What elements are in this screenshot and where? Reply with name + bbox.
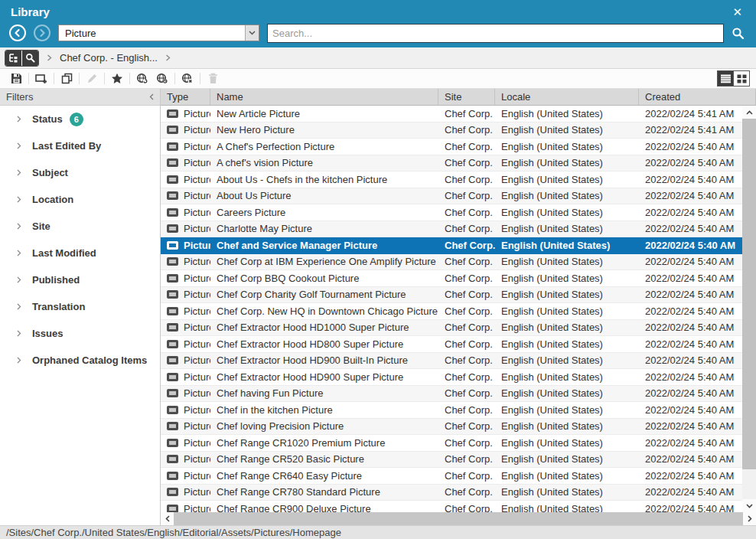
delete-button[interactable]	[203, 70, 223, 87]
search-view-button[interactable]	[22, 51, 38, 66]
column-header-created[interactable]: Created	[639, 89, 756, 105]
picture-icon	[167, 488, 178, 496]
back-button[interactable]	[9, 24, 26, 41]
language-versions-button[interactable]	[152, 70, 172, 87]
scroll-left-icon[interactable]	[161, 512, 174, 525]
table-row[interactable]: Picture Charlotte May Picture Chef Corp.…	[161, 221, 742, 238]
type-label: Picture	[184, 354, 210, 366]
table-row[interactable]: Picture About Us - Chefs in the kitchen …	[161, 172, 742, 188]
type-cell: Picture	[161, 270, 210, 286]
table-row[interactable]: Picture Chef loving Precision Picture Ch…	[161, 419, 742, 436]
column-header-site[interactable]: Site	[438, 89, 495, 105]
column-header-type[interactable]: Type	[161, 89, 210, 105]
filter-item[interactable]: Translation	[0, 293, 160, 320]
horizontal-scrollbar[interactable]	[161, 512, 756, 525]
save-button[interactable]	[6, 70, 26, 87]
table-row[interactable]: Picture Chef Range CR520 Basic Picture C…	[161, 452, 742, 469]
filter-item[interactable]: Status 6	[0, 106, 160, 132]
horizontal-scrollbar-thumb[interactable]	[174, 512, 743, 525]
vertical-scrollbar-thumb[interactable]	[742, 119, 756, 469]
site-cell: Chef Corp.	[438, 106, 495, 122]
filter-item[interactable]: Site	[0, 213, 160, 240]
search-input[interactable]	[267, 24, 724, 43]
table-row[interactable]: Picture New Article Picture Chef Corp. E…	[161, 106, 742, 122]
copy-button[interactable]	[57, 70, 77, 87]
breadcrumb-segment[interactable]: Chef Corp. - English...	[60, 52, 158, 64]
table-row[interactable]: Picture Chef Extractor Hood HD900 Built-…	[161, 353, 742, 370]
vertical-scrollbar-track[interactable]	[742, 469, 756, 499]
filter-item-label: Published	[32, 274, 80, 286]
filter-item[interactable]: Issues	[0, 320, 160, 347]
list-view-button[interactable]	[718, 71, 733, 86]
table-row[interactable]: Picture Chef Range CR1020 Premium Pictur…	[161, 435, 742, 452]
type-label: Picture	[184, 437, 210, 449]
search-button[interactable]	[728, 24, 747, 42]
collapse-sidebar-button[interactable]	[149, 93, 154, 100]
filter-item[interactable]: Published	[0, 266, 160, 293]
locale-cell: English (United States)	[495, 155, 639, 172]
filter-item-label: Status	[32, 113, 63, 125]
created-cell: 2022/02/24 5:40 AM	[639, 139, 742, 155]
locale-cell: English (United States)	[495, 336, 639, 352]
grid-view-button[interactable]	[734, 71, 749, 86]
type-label: Picture	[184, 503, 210, 512]
scroll-right-icon[interactable]	[743, 512, 756, 525]
language-remove-button[interactable]	[178, 70, 197, 87]
forward-button[interactable]	[34, 24, 51, 41]
tree-view-button[interactable]	[5, 51, 21, 66]
locale-cell: English (United States)	[495, 353, 639, 369]
column-header-locale[interactable]: Locale	[495, 89, 639, 105]
column-header-name[interactable]: Name	[210, 89, 438, 105]
scroll-up-icon[interactable]	[742, 106, 756, 119]
table-row[interactable]: Picture Chef Corp Charity Golf Tournamen…	[161, 287, 742, 304]
table-row[interactable]: Picture Chef Corp at IBM Experience One …	[161, 254, 742, 271]
close-icon[interactable]: ✕	[729, 5, 745, 19]
filter-item[interactable]: Orphaned Catalog Items	[0, 347, 160, 374]
scroll-down-icon[interactable]	[742, 499, 756, 512]
created-cell: 2022/02/24 5:40 AM	[639, 485, 742, 501]
action-toolbar	[0, 69, 756, 89]
chevron-right-icon	[17, 169, 21, 176]
table-row[interactable]: Picture Chef Range CR900 Deluxe Picture …	[161, 501, 742, 512]
table-row[interactable]: Picture Chef Extractor Hood HD1000 Super…	[161, 320, 742, 337]
table-row[interactable]: Picture Chef Range CR640 Easy Picture Ch…	[161, 468, 742, 485]
dropdown-chevron-icon[interactable]	[245, 25, 259, 41]
name-cell: Chef having Fun Picture	[210, 386, 438, 402]
site-cell: Chef Corp.	[438, 501, 495, 512]
table-row[interactable]: Picture Chef and Service Manager Picture…	[161, 237, 742, 254]
type-label: Picture	[184, 371, 210, 383]
table-row[interactable]: Picture Chef Corp. New HQ in Downtown Ch…	[161, 303, 742, 320]
site-cell: Chef Corp.	[438, 139, 495, 155]
name-cell: Chef Range CR1020 Premium Picture	[210, 435, 438, 451]
name-cell: Careers Picture	[210, 204, 438, 220]
window-title: Library	[11, 5, 50, 18]
favorite-button[interactable]	[107, 70, 127, 87]
type-filter-dropdown[interactable]: Picture	[58, 24, 259, 41]
table-row[interactable]: Picture New Hero Picture Chef Corp. Engl…	[161, 122, 742, 139]
table-row[interactable]: Picture Careers Picture Chef Corp. Engli…	[161, 204, 742, 221]
name-cell: New Article Picture	[210, 106, 438, 122]
locale-cell: English (United States)	[495, 254, 639, 270]
toolbar-separator	[104, 73, 105, 84]
table-row[interactable]: Picture Chef Extractor Hood HD900 Super …	[161, 369, 742, 386]
table-row[interactable]: Picture Chef Corp BBQ Cookout Picture Ch…	[161, 270, 742, 287]
add-item-button[interactable]	[31, 70, 51, 87]
table-row[interactable]: Picture Chef in the kitchen Picture Chef…	[161, 402, 742, 419]
table-row[interactable]: Picture A Chef's Perfection Picture Chef…	[161, 139, 742, 155]
filter-item[interactable]: Last Modified	[0, 240, 160, 266]
table-row[interactable]: Picture A chef's vision Picture Chef Cor…	[161, 155, 742, 172]
created-cell: 2022/02/24 5:40 AM	[639, 303, 742, 319]
breadcrumb-chevron-icon[interactable]	[165, 54, 171, 61]
language-add-button[interactable]	[132, 70, 152, 87]
vertical-scrollbar[interactable]	[742, 106, 756, 512]
table-rows: Picture New Article Picture Chef Corp. E…	[161, 106, 742, 512]
filter-item[interactable]: Subject	[0, 159, 160, 186]
table-row[interactable]: Picture Chef Range CR780 Standard Pictur…	[161, 485, 742, 501]
table-row[interactable]: Picture About Us Picture Chef Corp. Engl…	[161, 188, 742, 205]
type-label: Picture	[184, 124, 210, 136]
table-row[interactable]: Picture Chef having Fun Picture Chef Cor…	[161, 386, 742, 403]
table-row[interactable]: Picture Chef Extractor Hood HD800 Super …	[161, 336, 742, 353]
filter-item[interactable]: Location	[0, 186, 160, 213]
filter-item[interactable]: Last Edited By	[0, 132, 160, 159]
edit-button[interactable]	[82, 70, 102, 87]
